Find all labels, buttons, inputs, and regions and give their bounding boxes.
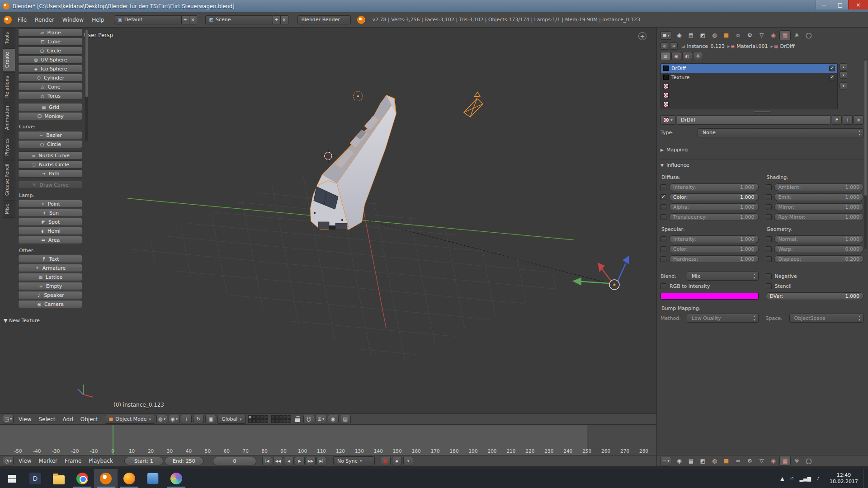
screen-layout-dropdown[interactable]: ▣ Default [114, 15, 182, 24]
cylinder-button[interactable]: ⊖ Cylinder [18, 74, 82, 82]
influence-slider[interactable]: Intensity:1.000 [669, 183, 759, 191]
blend-dropdown[interactable]: Mix ▴▾ [687, 272, 759, 281]
dvar-slider[interactable]: DVar:1.000 [766, 292, 864, 300]
texture-name-field[interactable]: DrDiff [677, 115, 831, 125]
tab-create[interactable]: Create [3, 48, 15, 71]
slot-move-up-button[interactable]: ▴ [840, 63, 847, 70]
influence-slider[interactable]: Alpha:1.000 [669, 203, 759, 211]
texture-context-other[interactable]: ※ [693, 52, 703, 60]
nurbs-circle-button[interactable]: ◌ Nurbs Circle [18, 160, 82, 169]
texture-slot-empty-1[interactable] [661, 82, 837, 91]
influence-checkbox[interactable] [766, 246, 772, 252]
torus-button[interactable]: ◎ Torus [18, 92, 82, 100]
pivot-dropdown[interactable]: ◉ ▾ [169, 415, 179, 423]
influence-checkbox[interactable] [660, 204, 666, 210]
snap-magnet-button[interactable]: Ω [303, 415, 314, 423]
uv-sphere-button[interactable]: ◍ UV Sphere [18, 56, 82, 64]
mode-dropdown[interactable]: ■ Object Mode ▾ [105, 415, 155, 424]
grid-button[interactable]: ▦ Grid [18, 103, 82, 111]
object-tab[interactable]: ■ [721, 456, 732, 466]
camera-button[interactable]: ◉ Camera [18, 300, 82, 308]
influence-slider[interactable]: Hardness:1.000 [669, 255, 759, 263]
marker-menu[interactable]: Marker [35, 458, 61, 464]
particles-tab[interactable]: ※ [791, 456, 802, 466]
constraints-tab[interactable]: ∞ [732, 456, 744, 466]
render-layers-tab[interactable]: ▤ [685, 30, 697, 40]
delete-layout-button[interactable]: × [189, 15, 197, 24]
opengl-render-anim-button[interactable]: ▤ [340, 415, 351, 423]
taskbar-paint-app-icon[interactable] [165, 469, 188, 488]
list-resize-grip[interactable] [660, 109, 863, 113]
sync-dropdown[interactable]: No Sync ▾ [333, 456, 375, 465]
cube-button[interactable]: ⊡ Cube [18, 38, 82, 46]
influence-slider[interactable]: Displace:0.200 [774, 255, 864, 263]
unlink-texture-button[interactable]: × [854, 115, 863, 125]
ico-sphere-button[interactable]: ◈ Ico Sphere [18, 65, 82, 73]
texture-enable-checkbox[interactable] [829, 75, 835, 80]
view-menu[interactable]: View [15, 416, 35, 422]
view-menu[interactable]: View [15, 458, 35, 464]
sun-lamp-button[interactable]: ☀ Sun [18, 209, 82, 217]
influence-checkbox[interactable] [766, 184, 772, 190]
negative-toggle[interactable]: Negative [766, 271, 797, 281]
file-menu[interactable]: File [14, 15, 31, 25]
influence-checkbox[interactable] [766, 204, 772, 210]
prev-keyframe-button[interactable]: ◀◀ [273, 457, 283, 465]
material-tab[interactable]: ◉ [768, 456, 779, 466]
influence-slider[interactable]: Color:1.000 [669, 193, 759, 201]
end-frame-field[interactable]: End:250 [165, 457, 203, 465]
taskbar-blender-icon[interactable] [94, 469, 118, 488]
influence-slider[interactable]: Normal:1.000 [774, 235, 864, 243]
tab-misc[interactable]: Misc [3, 200, 15, 218]
texture-context-lamp[interactable]: ◐ [682, 52, 692, 60]
scene-dropdown[interactable]: ◩ Scene [205, 15, 273, 24]
play-button[interactable]: ▶ [295, 457, 305, 465]
bump-method-dropdown[interactable]: Low Quality ▴▾ [687, 314, 759, 323]
data-tab[interactable]: ▽ [756, 30, 767, 40]
taskbar-clock[interactable]: 12:49 18.02.2017 [824, 472, 863, 485]
jump-to-start-button[interactable]: |◀ [262, 457, 272, 465]
particles-tab[interactable]: ※ [791, 30, 802, 40]
influence-checkbox[interactable] [766, 236, 772, 242]
region-expand-icon[interactable]: + [638, 32, 646, 40]
hemi-lamp-button[interactable]: ◖ Hemi [18, 227, 82, 235]
texture-slot-empty-3[interactable] [661, 100, 837, 109]
rgb-to-intensity-toggle[interactable]: RGB to Intensity [660, 281, 759, 291]
tab-tools[interactable]: Tools [3, 28, 15, 47]
text-button[interactable]: F Text [18, 255, 82, 263]
viewport-3d[interactable]: User Persp (0) instance_0.123 + ToolsCre… [0, 28, 656, 424]
bump-space-dropdown[interactable]: ObjectSpace ▴▾ [789, 314, 864, 323]
manipulator-rotate-button[interactable]: ↻ [193, 415, 204, 423]
properties-editor-type-button[interactable]: ≡ ▾ [660, 31, 671, 40]
new-texture-button[interactable]: + [843, 115, 853, 125]
influence-checkbox[interactable] [766, 256, 772, 262]
influence-slider[interactable]: Color:1.000 [669, 245, 759, 253]
record-button[interactable] [381, 457, 391, 465]
influence-checkbox[interactable] [766, 214, 772, 220]
influence-checkbox[interactable] [660, 246, 666, 252]
armature-button[interactable]: ⌖ Armature [18, 264, 82, 272]
nurbs-curve-button[interactable]: ≈ Nurbs Curve [18, 151, 82, 160]
taskbar-window-app-icon[interactable] [141, 469, 165, 488]
opengl-render-button[interactable]: ◉ [328, 415, 339, 423]
help-menu[interactable]: Help [88, 15, 108, 25]
influence-checkbox[interactable] [660, 194, 666, 200]
world-tab[interactable]: ◍ [709, 30, 720, 40]
pin-id-button[interactable]: ⊙ [660, 42, 668, 50]
influence-slider[interactable]: Ray Mirror:1.000 [774, 213, 864, 221]
tab-physics[interactable]: Physics [3, 135, 15, 160]
modifiers-tab[interactable]: ⚙ [744, 456, 755, 466]
properties-scrollbar[interactable] [864, 59, 867, 249]
manipulator-translate-button[interactable]: + [181, 415, 192, 423]
render-layers-tab[interactable]: ▤ [685, 456, 697, 466]
draw-curve-button[interactable]: ✎ Draw Curve [18, 181, 82, 189]
influence-panel-header[interactable]: ▼ Influence [660, 159, 863, 168]
tab-relations[interactable]: Relations [3, 72, 15, 101]
play-reverse-button[interactable]: ◀ [284, 457, 294, 465]
object-menu[interactable]: Object [77, 416, 102, 422]
current-frame-marker[interactable] [113, 425, 113, 455]
data-tab[interactable]: ▽ [756, 456, 767, 466]
new-texture-panel-header[interactable]: ▼ New Texture [4, 318, 40, 324]
modifiers-tab[interactable]: ⚙ [744, 30, 755, 40]
timeline-ruler[interactable]: -50-40-30-20-100102030405060708090100110… [0, 424, 656, 455]
